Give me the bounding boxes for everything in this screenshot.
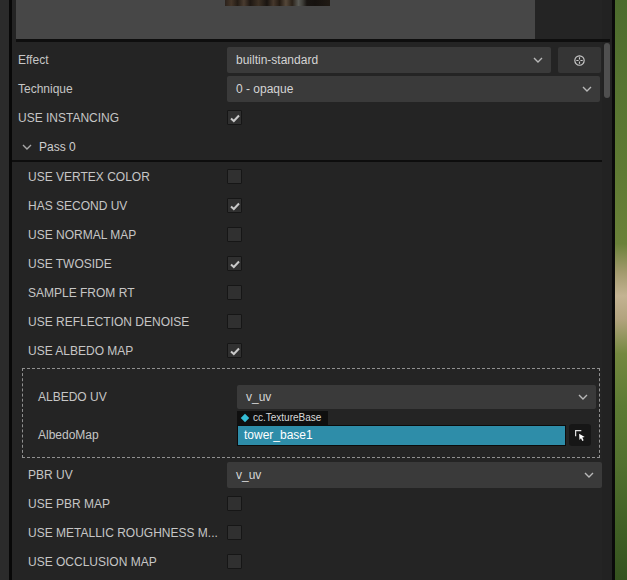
use-occlusion-map-checkbox[interactable] (227, 554, 242, 569)
use-twoside-checkbox[interactable] (227, 256, 242, 271)
effect-row: Effect builtin-standard (12, 47, 612, 73)
effect-dropdown[interactable]: builtin-standard (227, 47, 551, 73)
chevron-down-icon (533, 57, 543, 63)
texture-type-badge: cc.TextureBase (237, 411, 328, 425)
sample-from-rt-checkbox[interactable] (227, 285, 242, 300)
has-second-uv-checkbox[interactable] (227, 198, 242, 213)
pbr-uv-value: v_uv (236, 468, 261, 482)
toggle-label: USE METALLIC ROUGHNESS M... (28, 520, 218, 546)
use-vertex-color-row: USE VERTEX COLOR (12, 164, 612, 190)
technique-row: Technique 0 - opaque (12, 76, 612, 102)
albedo-map-label: AlbedoMap (38, 424, 99, 446)
scene-viewport-sliver (615, 0, 627, 580)
use-instancing-label: USE INSTANCING (18, 105, 119, 131)
check-icon (229, 258, 241, 270)
use-normal-map-checkbox[interactable] (227, 227, 242, 242)
texture-thumbnail (225, 0, 330, 6)
albedo-uv-dropdown[interactable]: v_uv (237, 385, 596, 409)
pbr-uv-row: PBR UV v_uv (12, 462, 612, 488)
albedo-map-asset-field[interactable]: tower_base1 (237, 425, 566, 446)
chevron-down-icon (584, 472, 594, 478)
chevron-down-icon (582, 86, 592, 92)
use-reflection-denoise-checkbox[interactable] (227, 314, 242, 329)
use-occlusion-map-row: USE OCCLUSION MAP (12, 549, 612, 575)
toggle-label: USE TWOSIDE (28, 251, 112, 277)
use-metallic-roughness-map-checkbox[interactable] (227, 525, 242, 540)
use-pbr-map-row: USE PBR MAP (12, 491, 612, 517)
use-instancing-row: USE INSTANCING (12, 105, 612, 131)
toggle-label: USE VERTEX COLOR (28, 164, 150, 190)
divider (16, 39, 610, 42)
texture-type-text: cc.TextureBase (253, 411, 321, 425)
use-instancing-checkbox[interactable] (227, 110, 242, 125)
pick-asset-button[interactable] (569, 424, 591, 446)
has-second-uv-row: HAS SECOND UV (12, 193, 612, 219)
toggle-label: USE REFLECTION DENOISE (28, 309, 189, 335)
use-vertex-color-checkbox[interactable] (227, 169, 242, 184)
albedo-uv-value: v_uv (246, 390, 271, 404)
pbr-uv-label: PBR UV (28, 462, 73, 488)
use-albedo-map-checkbox[interactable] (227, 343, 242, 358)
toggle-label: SAMPLE FROM RT (28, 280, 134, 306)
use-albedo-map-row: USE ALBEDO MAP (12, 338, 612, 364)
locate-target-icon (572, 53, 587, 68)
material-inspector-panel: Effect builtin-standard Technique 0 - op… (12, 0, 612, 580)
sample-from-rt-row: SAMPLE FROM RT (12, 280, 612, 306)
technique-label: Technique (18, 76, 73, 102)
toggle-label: USE NORMAL MAP (28, 222, 136, 248)
effect-label: Effect (18, 47, 48, 73)
pick-asset-cursor-icon (573, 428, 587, 442)
albedo-uv-label: ALBEDO UV (38, 385, 107, 409)
use-pbr-map-checkbox[interactable] (227, 496, 242, 511)
effect-value: builtin-standard (236, 53, 318, 67)
use-metallic-roughness-map-row: USE METALLIC ROUGHNESS M... (12, 520, 612, 546)
use-normal-map-row: USE NORMAL MAP (12, 222, 612, 248)
pass-0-title: Pass 0 (39, 134, 76, 160)
technique-dropdown[interactable]: 0 - opaque (227, 76, 600, 102)
pass-0-header[interactable]: Pass 0 (12, 134, 612, 160)
toggle-label: USE PBR MAP (28, 491, 110, 517)
pbr-uv-dropdown[interactable]: v_uv (227, 462, 602, 488)
divider (12, 160, 602, 162)
check-icon (229, 112, 241, 124)
toggle-label: USE OCCLUSION MAP (28, 549, 157, 575)
check-icon (229, 345, 241, 357)
albedo-drop-target-group: ALBEDO UV v_uv AlbedoMap cc.TextureBase … (22, 368, 600, 458)
use-reflection-denoise-row: USE REFLECTION DENOISE (12, 309, 612, 335)
use-twoside-row: USE TWOSIDE (12, 251, 612, 277)
asset-diamond-icon (241, 414, 249, 422)
toggle-label: HAS SECOND UV (28, 193, 127, 219)
check-icon (229, 200, 241, 212)
window-left-edge (0, 0, 9, 580)
toggle-label: USE ALBEDO MAP (28, 338, 133, 364)
collapse-chevron-icon (22, 144, 32, 150)
material-preview-area (16, 0, 535, 39)
albedo-map-asset-name: tower_base1 (244, 428, 313, 442)
technique-value: 0 - opaque (236, 82, 293, 96)
chevron-down-icon (578, 394, 588, 400)
locate-effect-button[interactable] (558, 47, 601, 73)
